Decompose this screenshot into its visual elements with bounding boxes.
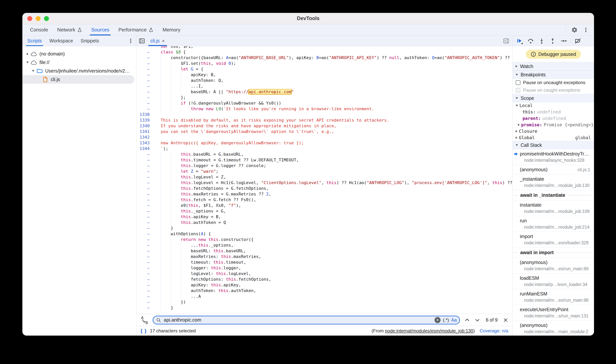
line-gutter[interactable]: – [136, 276, 153, 282]
tab-sources[interactable]: Sources [87, 24, 114, 35]
scope-group-local[interactable]: Local [513, 102, 594, 109]
previous-match-button[interactable] [464, 317, 470, 323]
checkbox[interactable] [516, 80, 520, 85]
line-gutter[interactable]: – [136, 271, 153, 276]
line-gutter[interactable]: – [136, 72, 153, 78]
line-gutter[interactable]: – [136, 305, 153, 311]
clear-search-button[interactable]: ✕ [434, 317, 441, 323]
line-gutter[interactable]: – [136, 220, 153, 225]
search-input[interactable] [164, 317, 432, 323]
more-options-button[interactable] [583, 27, 589, 33]
toggle-drawer-button[interactable] [503, 38, 509, 44]
scope-group-closure[interactable]: Closure [513, 128, 594, 134]
from-link[interactable]: node:internal/modules/esm/module_job:130 [385, 328, 473, 333]
line-gutter[interactable]: – [136, 89, 153, 95]
section-watch[interactable]: Watch [513, 62, 594, 70]
tab-network[interactable]: Network [53, 24, 86, 35]
stack-frame-runmainesm[interactable]: runMainESMnode:internal/m…es/run_main:98 [513, 289, 594, 305]
tab-performance[interactable]: Performance [114, 24, 158, 35]
tree-item-users-jinhuilee-nvm-versions-node-v2-[interactable]: Users/jinhuilee/.nvm/versions/node/v2… [22, 67, 136, 75]
line-gutter[interactable]: – [136, 157, 153, 163]
tab-memory[interactable]: Memory [158, 24, 185, 35]
line-gutter[interactable]: – [136, 55, 153, 61]
line-gutter[interactable]: 1338 [136, 112, 153, 117]
breakpoint-option[interactable]: Pause on uncaught exceptions [513, 79, 594, 86]
line-gutter[interactable]: – [136, 237, 153, 242]
stack-frame-promiseinithookwithdestroytr-[interactable]: promiseInitHookWithDestroyTr…node:intern… [513, 149, 594, 165]
tree-item--no-domain-[interactable]: (no domain) [22, 50, 136, 58]
tree-expanded-icon[interactable] [25, 62, 30, 63]
line-gutter[interactable]: – [136, 49, 153, 55]
stack-frame-import[interactable]: importnode:internal/m…esm/loader:329 [513, 232, 594, 247]
step-into-button[interactable] [536, 36, 547, 46]
replace-toggle-button[interactable]: AB [140, 316, 149, 325]
line-gutter[interactable]: – [136, 225, 153, 231]
line-gutter[interactable]: – [136, 191, 153, 197]
stack-frame-loadesm[interactable]: loadESMnode:internal/p…/esm_loader:34 [513, 273, 594, 289]
line-gutter[interactable]: – [136, 294, 153, 299]
line-gutter[interactable]: – [136, 174, 153, 180]
step-button[interactable] [558, 36, 569, 46]
line-gutter[interactable]: 1339 [136, 117, 153, 123]
deactivate-breakpoints-button[interactable] [572, 36, 583, 46]
line-gutter[interactable]: – [136, 100, 153, 106]
line-gutter[interactable]: – [136, 260, 153, 265]
breakpoint-option[interactable]: Pause on caught exceptions [513, 86, 594, 94]
pretty-print-icon[interactable]: { } [140, 328, 147, 334]
navigator-tab-snippets[interactable]: Snippets [77, 36, 103, 46]
line-gutter[interactable]: – [136, 61, 153, 66]
line-gutter[interactable]: – [136, 214, 153, 220]
section-scope[interactable]: Scope [513, 94, 594, 102]
line-gutter[interactable]: – [136, 186, 153, 191]
next-match-button[interactable] [474, 317, 480, 323]
tree-collapsed-icon[interactable] [25, 53, 30, 55]
tree-item-cli-js[interactable]: cli.js [22, 75, 134, 84]
close-find-button[interactable] [503, 317, 508, 323]
scope-property-this[interactable]: this:undefined [513, 109, 594, 115]
section-call-stack[interactable]: Call Stack [513, 141, 594, 149]
resume-button[interactable] [514, 36, 525, 46]
coverage-link[interactable]: Coverage: n/a [480, 328, 508, 334]
stack-frame--instantiate[interactable]: _instantiatenode:internal/m…module_job:1… [513, 174, 594, 190]
line-gutter[interactable]: – [136, 248, 153, 254]
line-gutter[interactable]: – [136, 180, 153, 186]
stack-frame-instantiate[interactable]: instantiatenode:internal/m…module_job:10… [513, 200, 594, 216]
line-gutter[interactable]: – [136, 169, 153, 174]
line-gutter[interactable]: – [136, 288, 153, 294]
line-gutter[interactable]: – [136, 78, 153, 83]
close-window-button[interactable] [27, 16, 32, 21]
navigator-tab-scripts[interactable]: Scripts [24, 36, 45, 46]
line-gutter[interactable]: – [136, 282, 153, 288]
regex-toggle[interactable]: (.*) [443, 317, 449, 323]
code-editor[interactable]: var Xs0, $F1;–class $8 {–constructor({ba… [136, 46, 512, 314]
line-gutter[interactable] [136, 46, 153, 49]
line-gutter[interactable]: – [136, 83, 153, 89]
line-gutter[interactable]: 1342 [136, 134, 153, 140]
line-gutter[interactable]: – [136, 197, 153, 203]
scope-property-parent[interactable]: parent:undefined [513, 115, 594, 122]
hide-navigator-button[interactable] [139, 38, 145, 44]
line-gutter[interactable]: – [136, 106, 153, 112]
scope-property-promise[interactable]: promise:Promise {<pending>} [513, 122, 594, 128]
line-gutter[interactable]: 1340 [136, 123, 153, 129]
line-gutter[interactable]: – [136, 95, 153, 100]
tab-console[interactable]: Console [25, 24, 53, 35]
line-gutter[interactable]: 1341 [136, 129, 153, 134]
line-gutter[interactable]: – [136, 208, 153, 214]
line-gutter[interactable]: 1344 [136, 146, 153, 152]
line-gutter[interactable]: – [136, 242, 153, 248]
stack-frame--anonymous-[interactable]: (anonymous)cli.js:1 [513, 165, 594, 174]
close-tab-icon[interactable]: × [162, 39, 165, 43]
zoom-window-button[interactable] [44, 16, 49, 21]
navigator-tab-workspace[interactable]: Workspace [45, 36, 77, 46]
line-gutter[interactable]: – [136, 254, 153, 260]
match-case-toggle[interactable]: Aa [451, 317, 457, 323]
editor-tab-clijs[interactable]: cli.js × [147, 36, 168, 46]
scope-group-global[interactable]: Globalglobal [513, 134, 594, 141]
stack-frame-run[interactable]: runnode:internal/m…module_job:214 [513, 216, 594, 232]
stack-frame-executeuserentrypoint[interactable]: executeUserEntryPointnode:internal/m…s/r… [513, 305, 594, 320]
line-gutter[interactable]: – [136, 152, 153, 157]
minimize-window-button[interactable] [36, 16, 41, 21]
line-gutter[interactable]: – [136, 66, 153, 72]
step-out-button[interactable] [547, 36, 558, 46]
